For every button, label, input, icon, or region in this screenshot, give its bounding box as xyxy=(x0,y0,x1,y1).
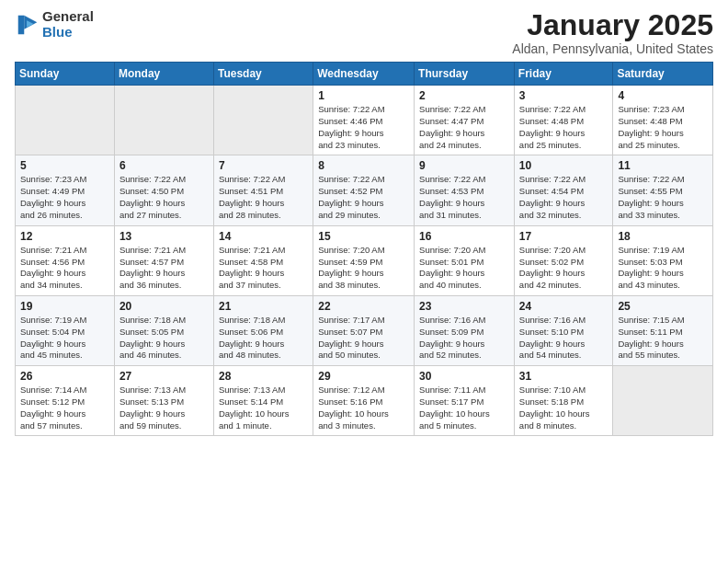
page: General Blue January 2025 Aldan, Pennsyl… xyxy=(0,0,728,563)
calendar-cell: 21Sunrise: 7:18 AMSunset: 5:06 PMDayligh… xyxy=(213,295,313,365)
calendar-cell: 2Sunrise: 7:22 AMSunset: 4:47 PMDaylight… xyxy=(415,86,515,155)
day-info: Sunrise: 7:19 AMSunset: 5:03 PMDaylight:… xyxy=(618,245,708,292)
day-info: Sunrise: 7:22 AMSunset: 4:50 PMDaylight:… xyxy=(119,174,209,221)
day-info: Sunrise: 7:22 AMSunset: 4:47 PMDaylight:… xyxy=(419,104,509,151)
calendar-cell: 22Sunrise: 7:17 AMSunset: 5:07 PMDayligh… xyxy=(313,295,415,365)
day-info: Sunrise: 7:14 AMSunset: 5:12 PMDaylight:… xyxy=(20,385,109,431)
calendar-week-row: 1Sunrise: 7:22 AMSunset: 4:46 PMDaylight… xyxy=(16,86,713,155)
logo-general-text: General xyxy=(42,9,94,25)
calendar-cell: 26Sunrise: 7:14 AMSunset: 5:12 PMDayligh… xyxy=(16,366,115,436)
day-of-week-header: Tuesday xyxy=(213,63,313,86)
day-number: 5 xyxy=(20,159,109,172)
calendar-week-row: 5Sunrise: 7:23 AMSunset: 4:49 PMDaylight… xyxy=(16,155,713,225)
day-info: Sunrise: 7:21 AMSunset: 4:56 PMDaylight:… xyxy=(20,245,109,292)
calendar-cell: 12Sunrise: 7:21 AMSunset: 4:56 PMDayligh… xyxy=(16,225,115,295)
calendar-cell: 6Sunrise: 7:22 AMSunset: 4:50 PMDaylight… xyxy=(114,155,213,225)
day-number: 20 xyxy=(119,300,209,313)
calendar-cell: 18Sunrise: 7:19 AMSunset: 5:03 PMDayligh… xyxy=(613,225,713,295)
day-number: 11 xyxy=(618,159,708,172)
day-number: 27 xyxy=(119,370,209,383)
day-info: Sunrise: 7:16 AMSunset: 5:09 PMDaylight:… xyxy=(419,315,509,362)
day-number: 10 xyxy=(519,159,609,172)
day-info: Sunrise: 7:16 AMSunset: 5:10 PMDaylight:… xyxy=(519,315,609,362)
day-info: Sunrise: 7:20 AMSunset: 4:59 PMDaylight:… xyxy=(318,245,409,292)
day-info: Sunrise: 7:10 AMSunset: 5:18 PMDaylight:… xyxy=(519,385,609,431)
calendar-cell: 10Sunrise: 7:22 AMSunset: 4:54 PMDayligh… xyxy=(514,155,613,225)
calendar-cell: 17Sunrise: 7:20 AMSunset: 5:02 PMDayligh… xyxy=(514,225,613,295)
calendar-cell: 1Sunrise: 7:22 AMSunset: 4:46 PMDaylight… xyxy=(313,86,415,155)
calendar-cell: 19Sunrise: 7:19 AMSunset: 5:04 PMDayligh… xyxy=(16,295,115,365)
day-number: 12 xyxy=(20,230,109,243)
day-number: 17 xyxy=(519,230,609,243)
day-number: 2 xyxy=(419,89,509,102)
day-info: Sunrise: 7:18 AMSunset: 5:05 PMDaylight:… xyxy=(119,315,209,362)
month-title: January 2025 xyxy=(512,9,713,41)
calendar-cell: 29Sunrise: 7:12 AMSunset: 5:16 PMDayligh… xyxy=(313,366,415,436)
day-info: Sunrise: 7:18 AMSunset: 5:06 PMDaylight:… xyxy=(219,315,308,362)
day-number: 19 xyxy=(20,300,109,313)
day-number: 21 xyxy=(219,300,308,313)
location: Aldan, Pennsylvania, United States xyxy=(512,41,713,56)
day-number: 7 xyxy=(219,159,308,172)
day-info: Sunrise: 7:19 AMSunset: 5:04 PMDaylight:… xyxy=(20,315,109,362)
day-info: Sunrise: 7:22 AMSunset: 4:46 PMDaylight:… xyxy=(318,104,409,151)
calendar-cell: 8Sunrise: 7:22 AMSunset: 4:52 PMDaylight… xyxy=(313,155,415,225)
calendar-cell: 31Sunrise: 7:10 AMSunset: 5:18 PMDayligh… xyxy=(514,366,613,436)
logo-icon xyxy=(15,12,40,38)
calendar-cell: 13Sunrise: 7:21 AMSunset: 4:57 PMDayligh… xyxy=(114,225,213,295)
calendar-cell: 30Sunrise: 7:11 AMSunset: 5:17 PMDayligh… xyxy=(415,366,515,436)
day-info: Sunrise: 7:22 AMSunset: 4:55 PMDaylight:… xyxy=(618,174,708,221)
day-number: 13 xyxy=(119,230,209,243)
day-number: 6 xyxy=(119,159,209,172)
calendar-table: SundayMondayTuesdayWednesdayThursdayFrid… xyxy=(15,62,713,436)
title-block: January 2025 Aldan, Pennsylvania, United… xyxy=(512,9,713,56)
calendar-cell: 14Sunrise: 7:21 AMSunset: 4:58 PMDayligh… xyxy=(213,225,313,295)
day-info: Sunrise: 7:22 AMSunset: 4:54 PMDaylight:… xyxy=(519,174,609,221)
day-number: 29 xyxy=(318,370,409,383)
calendar-cell: 27Sunrise: 7:13 AMSunset: 5:13 PMDayligh… xyxy=(114,366,213,436)
calendar-cell: 16Sunrise: 7:20 AMSunset: 5:01 PMDayligh… xyxy=(415,225,515,295)
day-number: 22 xyxy=(318,300,409,313)
day-info: Sunrise: 7:21 AMSunset: 4:58 PMDaylight:… xyxy=(219,245,308,292)
day-number: 23 xyxy=(419,300,509,313)
day-of-week-header: Monday xyxy=(114,63,213,86)
day-number: 15 xyxy=(318,230,409,243)
calendar-cell: 15Sunrise: 7:20 AMSunset: 4:59 PMDayligh… xyxy=(313,225,415,295)
day-number: 8 xyxy=(318,159,409,172)
calendar-cell xyxy=(114,86,213,155)
day-number: 24 xyxy=(519,300,609,313)
calendar-cell: 3Sunrise: 7:22 AMSunset: 4:48 PMDaylight… xyxy=(514,86,613,155)
logo-text: General Blue xyxy=(42,9,94,40)
logo-blue-text: Blue xyxy=(42,25,94,40)
day-info: Sunrise: 7:15 AMSunset: 5:11 PMDaylight:… xyxy=(618,315,708,362)
day-number: 31 xyxy=(519,370,609,383)
calendar-cell: 24Sunrise: 7:16 AMSunset: 5:10 PMDayligh… xyxy=(514,295,613,365)
day-info: Sunrise: 7:17 AMSunset: 5:07 PMDaylight:… xyxy=(318,315,409,362)
day-info: Sunrise: 7:12 AMSunset: 5:16 PMDaylight:… xyxy=(318,385,409,431)
day-number: 25 xyxy=(618,300,708,313)
calendar-cell: 20Sunrise: 7:18 AMSunset: 5:05 PMDayligh… xyxy=(114,295,213,365)
svg-rect-0 xyxy=(18,15,25,34)
calendar-cell: 28Sunrise: 7:13 AMSunset: 5:14 PMDayligh… xyxy=(213,366,313,436)
day-of-week-header: Saturday xyxy=(613,63,713,86)
day-info: Sunrise: 7:13 AMSunset: 5:13 PMDaylight:… xyxy=(119,385,209,431)
day-info: Sunrise: 7:22 AMSunset: 4:52 PMDaylight:… xyxy=(318,174,409,221)
calendar-cell: 9Sunrise: 7:22 AMSunset: 4:53 PMDaylight… xyxy=(415,155,515,225)
calendar-cell xyxy=(213,86,313,155)
day-info: Sunrise: 7:20 AMSunset: 5:01 PMDaylight:… xyxy=(419,245,509,292)
day-info: Sunrise: 7:11 AMSunset: 5:17 PMDaylight:… xyxy=(419,385,509,431)
day-info: Sunrise: 7:13 AMSunset: 5:14 PMDaylight:… xyxy=(219,385,308,431)
day-number: 3 xyxy=(519,89,609,102)
day-of-week-header: Wednesday xyxy=(313,63,415,86)
day-info: Sunrise: 7:20 AMSunset: 5:02 PMDaylight:… xyxy=(519,245,609,292)
day-number: 18 xyxy=(618,230,708,243)
calendar-cell: 23Sunrise: 7:16 AMSunset: 5:09 PMDayligh… xyxy=(415,295,515,365)
calendar-cell xyxy=(613,366,713,436)
day-number: 26 xyxy=(20,370,109,383)
calendar-cell: 11Sunrise: 7:22 AMSunset: 4:55 PMDayligh… xyxy=(613,155,713,225)
calendar-header-row: SundayMondayTuesdayWednesdayThursdayFrid… xyxy=(16,63,713,86)
logo: General Blue xyxy=(15,9,94,40)
day-number: 30 xyxy=(419,370,509,383)
calendar-cell: 5Sunrise: 7:23 AMSunset: 4:49 PMDaylight… xyxy=(16,155,115,225)
day-of-week-header: Sunday xyxy=(16,63,115,86)
